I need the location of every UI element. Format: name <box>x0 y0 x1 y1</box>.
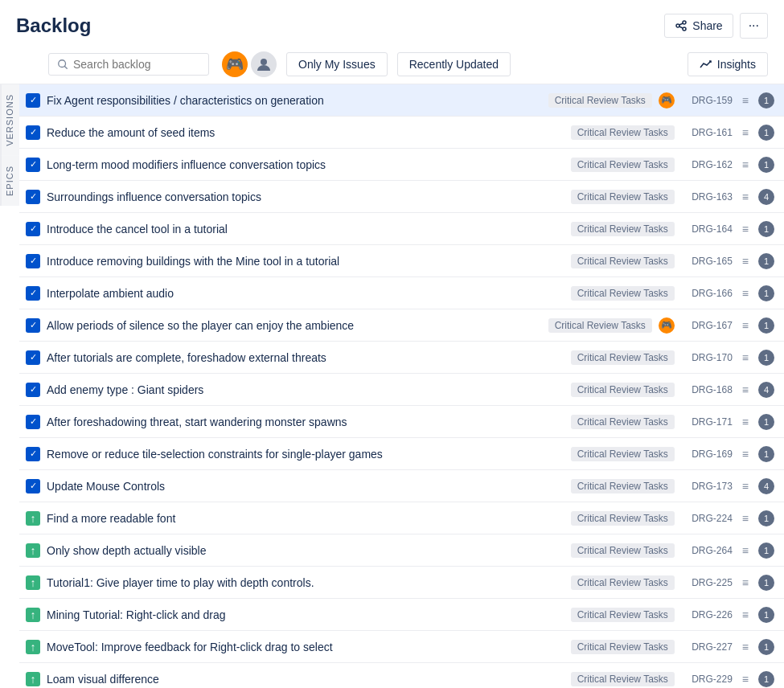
row-menu-icon[interactable]: ≡ <box>739 94 752 107</box>
checkbox-green-plus[interactable]: ↑ <box>26 511 40 526</box>
row-title[interactable]: After foreshadowing threat, start wander… <box>47 416 564 428</box>
row-count-badge: 4 <box>758 189 774 205</box>
row-menu-icon[interactable]: ≡ <box>739 287 752 300</box>
header-actions: Share ··· <box>664 13 768 39</box>
table-row: ↑Tutorial1: Give player time to play wit… <box>19 567 784 599</box>
search-input[interactable] <box>73 58 194 71</box>
row-title[interactable]: Add enemy type : Giant spiders <box>47 383 564 396</box>
row-label: Critical Review Tasks <box>571 190 675 204</box>
row-count-badge: 1 <box>758 414 774 430</box>
recently-updated-button[interactable]: Recently Updated <box>397 52 511 76</box>
side-labels: VERSIONS EPICS <box>0 84 19 688</box>
main-area: VERSIONS EPICS ✓Fix Agent responsibiliti… <box>0 84 784 688</box>
checkbox-blue[interactable]: ✓ <box>26 125 40 140</box>
row-count-badge: 1 <box>758 157 774 173</box>
row-title[interactable]: Mining Tutorial: Right-click and drag <box>47 608 564 621</box>
checkbox-green-plus[interactable]: ↑ <box>26 543 40 558</box>
row-menu-icon[interactable]: ≡ <box>739 673 752 686</box>
row-title[interactable]: Fix Agent responsibilities / characteris… <box>47 94 542 107</box>
svg-point-1 <box>676 24 679 27</box>
row-count-badge: 1 <box>758 575 774 591</box>
row-avatar: 🎮 <box>659 317 675 334</box>
more-button[interactable]: ··· <box>740 13 768 39</box>
avatar-user[interactable] <box>251 51 277 77</box>
row-menu-icon[interactable]: ≡ <box>739 351 752 364</box>
row-title[interactable]: After tutorials are complete, foreshadow… <box>47 351 564 364</box>
row-menu-icon[interactable]: ≡ <box>739 641 752 653</box>
row-count-badge: 1 <box>758 671 774 687</box>
row-issue-id: DRG-159 <box>681 95 733 106</box>
row-menu-icon[interactable]: ≡ <box>739 608 752 621</box>
row-title[interactable]: Interpolate ambient audio <box>47 287 564 300</box>
row-issue-id: DRG-173 <box>681 481 733 492</box>
row-label: Critical Review Tasks <box>571 575 675 590</box>
row-title[interactable]: Tutorial1: Give player time to play with… <box>47 576 564 589</box>
checkbox-green-plus[interactable]: ↑ <box>26 575 40 590</box>
checkbox-blue[interactable]: ✓ <box>26 318 40 333</box>
row-title[interactable]: Update Mouse Controls <box>47 480 564 493</box>
row-title[interactable]: MoveTool: Improve feedback for Right-cli… <box>47 641 564 653</box>
row-menu-icon[interactable]: ≡ <box>739 480 752 493</box>
row-title[interactable]: Surroundings influence conversation topi… <box>47 190 564 203</box>
only-my-issues-button[interactable]: Only My Issues <box>286 52 388 76</box>
table-row: ↑Mining Tutorial: Right-click and dragCr… <box>19 599 784 631</box>
row-title[interactable]: Find a more readable font <box>47 512 564 525</box>
row-menu-icon[interactable]: ≡ <box>739 255 752 268</box>
checkbox-blue[interactable]: ✓ <box>26 158 40 172</box>
row-menu-icon[interactable]: ≡ <box>739 544 752 557</box>
row-menu-icon[interactable]: ≡ <box>739 126 752 139</box>
checkbox-blue[interactable]: ✓ <box>26 415 40 429</box>
side-label-epics[interactable]: EPICS <box>0 156 19 206</box>
checkbox-blue[interactable]: ✓ <box>26 222 40 236</box>
avatar-monster[interactable]: 🎮 <box>222 51 248 77</box>
row-title[interactable]: Allow periods of silence so the player c… <box>47 319 542 332</box>
search-box[interactable] <box>48 53 209 76</box>
row-menu-icon[interactable]: ≡ <box>739 319 752 332</box>
row-issue-id: DRG-229 <box>681 674 733 685</box>
row-label: Critical Review Tasks <box>571 415 675 429</box>
row-title[interactable]: Long-term mood modifiers influence conve… <box>47 158 564 171</box>
checkbox-blue[interactable]: ✓ <box>26 93 40 108</box>
row-menu-icon[interactable]: ≡ <box>739 512 752 525</box>
row-title[interactable]: Only show depth actually visible <box>47 544 564 557</box>
row-label: Critical Review Tasks <box>571 511 675 526</box>
row-title[interactable]: Introduce the cancel tool in a tutorial <box>47 223 564 235</box>
row-menu-icon[interactable]: ≡ <box>739 576 752 589</box>
checkbox-green-plus[interactable]: ↑ <box>26 640 40 654</box>
insights-button[interactable]: Insights <box>688 52 768 76</box>
row-issue-id: DRG-170 <box>681 352 733 363</box>
row-title[interactable]: Loam visual difference <box>47 673 564 686</box>
row-menu-icon[interactable]: ≡ <box>739 448 752 461</box>
side-label-versions[interactable]: VERSIONS <box>0 84 19 156</box>
row-title[interactable]: Introduce removing buildings with the Mi… <box>47 255 564 268</box>
checkbox-blue[interactable]: ✓ <box>26 190 40 204</box>
checkbox-blue[interactable]: ✓ <box>26 479 40 493</box>
table-row: ✓Allow periods of silence so the player … <box>19 309 784 342</box>
backlog-content: ✓Fix Agent responsibilities / characteri… <box>19 84 784 688</box>
checkbox-blue[interactable]: ✓ <box>26 447 40 461</box>
checkbox-green-plus[interactable]: ↑ <box>26 672 40 686</box>
row-count-badge: 1 <box>758 350 774 366</box>
row-title[interactable]: Reduce the amount of seed items <box>47 126 564 139</box>
row-count-badge: 4 <box>758 478 774 494</box>
row-label: Critical Review Tasks <box>571 479 675 493</box>
row-menu-icon[interactable]: ≡ <box>739 383 752 396</box>
backlog-table: ✓Fix Agent responsibilities / characteri… <box>19 84 784 688</box>
svg-line-3 <box>679 23 683 25</box>
row-menu-icon[interactable]: ≡ <box>739 223 752 235</box>
checkbox-blue[interactable]: ✓ <box>26 383 40 397</box>
checkbox-blue[interactable]: ✓ <box>26 254 40 268</box>
checkbox-blue[interactable]: ✓ <box>26 350 40 365</box>
row-menu-icon[interactable]: ≡ <box>739 158 752 171</box>
row-count-badge: 1 <box>758 543 774 559</box>
checkbox-blue[interactable]: ✓ <box>26 286 40 301</box>
row-label: Critical Review Tasks <box>571 222 675 236</box>
row-count-badge: 1 <box>758 639 774 655</box>
row-menu-icon[interactable]: ≡ <box>739 416 752 428</box>
row-menu-icon[interactable]: ≡ <box>739 190 752 203</box>
row-title[interactable]: Remove or reduce tile-selection constrai… <box>47 448 564 461</box>
checkbox-green-plus[interactable]: ↑ <box>26 608 40 622</box>
share-button[interactable]: Share <box>664 14 733 38</box>
row-label: Critical Review Tasks <box>548 318 652 333</box>
row-issue-id: DRG-227 <box>681 641 733 653</box>
